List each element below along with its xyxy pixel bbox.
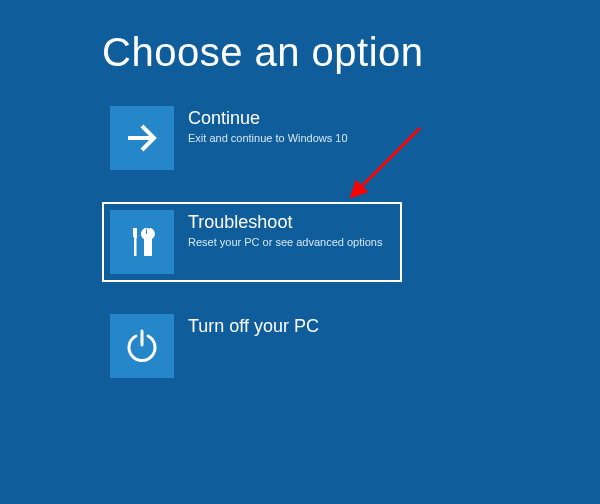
option-troubleshoot-subtitle: Reset your PC or see advanced options: [188, 236, 382, 249]
option-troubleshoot[interactable]: Troubleshoot Reset your PC or see advanc…: [102, 202, 402, 282]
option-continue[interactable]: Continue Exit and continue to Windows 10: [102, 98, 402, 178]
option-turnoff-text: Turn off your PC: [174, 314, 319, 340]
option-troubleshoot-text: Troubleshoot Reset your PC or see advanc…: [174, 210, 382, 249]
continue-tile: [110, 106, 174, 170]
turnoff-tile: [110, 314, 174, 378]
tools-icon: [122, 222, 162, 262]
option-turnoff-title: Turn off your PC: [188, 316, 319, 338]
option-continue-text: Continue Exit and continue to Windows 10: [174, 106, 348, 145]
option-turnoff[interactable]: Turn off your PC: [102, 306, 402, 386]
svg-rect-4: [134, 237, 136, 256]
option-continue-title: Continue: [188, 108, 348, 130]
option-continue-subtitle: Exit and continue to Windows 10: [188, 132, 348, 145]
option-troubleshoot-title: Troubleshoot: [188, 212, 382, 234]
options-list: Continue Exit and continue to Windows 10: [102, 98, 402, 410]
troubleshoot-tile: [110, 210, 174, 274]
arrow-right-icon: [122, 118, 162, 158]
page-title: Choose an option: [102, 30, 424, 75]
power-icon: [122, 326, 162, 366]
svg-rect-3: [133, 228, 137, 237]
